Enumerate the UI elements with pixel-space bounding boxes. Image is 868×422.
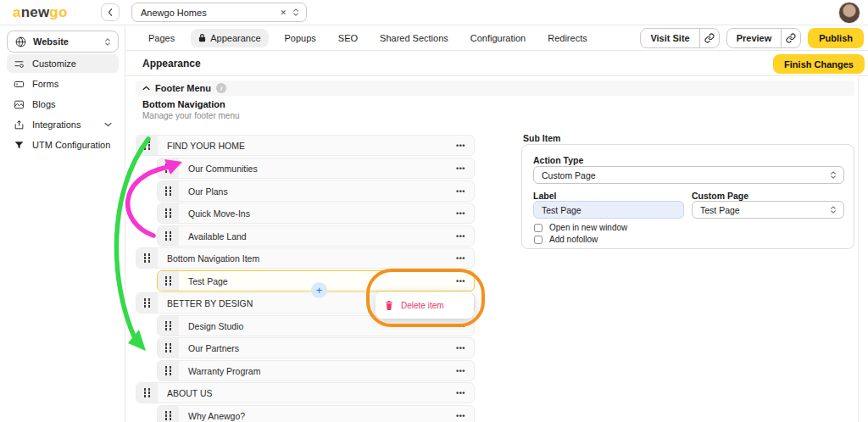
collapse-sidebar-button[interactable] (101, 3, 120, 21)
website-select[interactable]: Website (7, 31, 119, 53)
menu-item-row[interactable]: Warranty Program ••• (157, 360, 475, 381)
publish-button[interactable]: Publish (808, 28, 864, 48)
sidebar-item-label: Integrations (32, 119, 81, 130)
item-options-button[interactable]: ••• (454, 140, 467, 152)
logo-part-a: a (13, 4, 21, 20)
menu-item-row[interactable]: Quick Move-Ins ••• (157, 203, 475, 224)
tab-pages[interactable]: Pages (142, 29, 181, 47)
user-avatar[interactable] (838, 2, 860, 24)
tab-appearance-label: Appearance (210, 33, 260, 43)
chevron-down-icon[interactable] (104, 122, 112, 127)
drag-handle-icon[interactable] (158, 406, 179, 422)
bottom-navigation-subheading: Manage your footer menu (142, 111, 240, 120)
lock-icon (198, 33, 206, 42)
info-icon[interactable]: i (216, 83, 226, 93)
drag-handle-icon[interactable] (158, 203, 179, 223)
sidebar-item-utm-configuration[interactable]: UTM Configuration (7, 136, 119, 154)
tab-appearance[interactable]: Appearance (191, 29, 268, 47)
visit-site-button[interactable]: Visit Site (640, 28, 719, 48)
menu-item-row[interactable]: Our Communities ••• (157, 158, 475, 179)
globe-icon (15, 36, 26, 47)
item-options-button[interactable]: ••• (454, 186, 467, 197)
action-type-select[interactable]: Custom Page (533, 166, 844, 184)
checkbox-add-nofollow[interactable] (534, 236, 542, 244)
grip-dots (165, 276, 168, 279)
finish-changes-button[interactable]: Finish Changes (773, 54, 865, 74)
grip-dots (165, 208, 168, 211)
funnel-icon (14, 140, 25, 151)
menu-item-label: Bottom Navigation Item (167, 253, 454, 264)
item-options-button[interactable]: ••• (454, 387, 467, 399)
menu-item-label: Quick Move-Ins (188, 208, 454, 219)
item-options-button[interactable]: ••• (454, 230, 467, 242)
sub-item-panel-title: Sub Item (523, 133, 560, 143)
drag-handle-icon[interactable] (158, 181, 179, 201)
tab-bar: Pages Appearance Popups SEO Shared Secti… (125, 25, 868, 51)
section-title: Footer Menu (155, 83, 211, 93)
item-options-button[interactable]: ••• (454, 253, 467, 264)
menu-item-row[interactable]: Available Land ••• (157, 225, 475, 247)
menu-item-row[interactable]: Our Plans ••• (157, 180, 475, 202)
menu-item-row[interactable]: Bottom Navigation Item ••• (136, 247, 475, 269)
item-options-button[interactable]: ••• (454, 320, 467, 332)
anewgo-logo[interactable]: anewgo (13, 4, 68, 21)
add-nofollow-label: Add nofollow (549, 235, 598, 244)
checkbox-open-new-window[interactable] (534, 224, 542, 232)
app-window: anewgo Anewgo Homes ✕ Website Customize … (0, 0, 868, 422)
delete-item-button[interactable]: Delete item (401, 301, 444, 310)
drag-handle-icon[interactable] (136, 136, 158, 155)
logo-part-go: go (49, 4, 67, 20)
chevron-left-icon (107, 8, 114, 17)
drag-handle-icon[interactable] (136, 248, 158, 268)
item-options-button[interactable]: ••• (454, 365, 467, 377)
item-options-button[interactable]: ••• (454, 275, 467, 287)
sidebar-item-label: Customize (32, 58, 76, 69)
sidebar-item-label: Blogs (32, 99, 56, 109)
preview-button[interactable]: Preview (726, 28, 802, 48)
tab-popups[interactable]: Popups (279, 29, 322, 47)
grip-dots (165, 164, 168, 166)
collapse-chevron-up-icon[interactable] (142, 86, 150, 91)
custom-page-select[interactable]: Test Page (692, 201, 844, 219)
drag-handle-icon[interactable] (158, 271, 179, 291)
drag-handle-icon[interactable] (158, 316, 179, 336)
drag-handle-icon[interactable] (136, 293, 158, 313)
item-options-button[interactable]: ••• (454, 163, 467, 175)
item-options-button[interactable]: ••• (454, 208, 467, 219)
sidebar-item-blogs[interactable]: Blogs (7, 95, 119, 114)
menu-item-row[interactable]: Why Anewgo? ••• (157, 405, 475, 422)
open-new-window-label: Open in new window (549, 223, 627, 232)
sidebar-item-forms[interactable]: Forms (7, 75, 119, 93)
sidebar-item-integrations[interactable]: Integrations (7, 115, 119, 134)
drag-handle-icon[interactable] (158, 158, 179, 178)
action-type-label: Action Type (533, 155, 583, 165)
drag-handle-icon[interactable] (158, 361, 179, 380)
page-title: Appearance (142, 58, 201, 69)
drag-handle-icon[interactable] (158, 338, 179, 358)
add-item-button[interactable]: + (311, 282, 327, 298)
tab-redirects[interactable]: Redirects (542, 29, 593, 47)
menu-item-label: Warranty Program (188, 366, 454, 376)
delete-item-menu[interactable]: Delete item (376, 292, 474, 319)
clear-icon[interactable]: ✕ (280, 8, 287, 17)
drag-handle-icon[interactable] (158, 226, 179, 246)
form-input-icon (14, 79, 25, 90)
tab-seo[interactable]: SEO (332, 29, 364, 47)
menu-item-row[interactable]: Our Partners ••• (157, 337, 475, 358)
item-options-button[interactable]: ••• (454, 410, 467, 422)
tab-configuration[interactable]: Configuration (465, 29, 531, 47)
tab-shared-sections[interactable]: Shared Sections (374, 29, 454, 47)
label-input[interactable] (533, 201, 684, 219)
footer-menu-section-header[interactable]: Footer Menu i (136, 81, 854, 96)
menu-item-label: ABOUT US (167, 388, 454, 398)
select-arrows-icon (292, 8, 299, 17)
sidebar: Website Customize Forms Blogs Integratio… (0, 25, 125, 422)
visit-site-link-button[interactable] (699, 29, 719, 47)
site-selector[interactable]: Anewgo Homes ✕ (131, 3, 307, 22)
drag-handle-icon[interactable] (136, 383, 158, 403)
menu-item-row[interactable]: ABOUT US ••• (136, 382, 475, 403)
menu-item-row[interactable]: FIND YOUR HOME ••• (136, 135, 475, 156)
preview-link-button[interactable] (781, 29, 800, 47)
sidebar-item-customize[interactable]: Customize (7, 54, 119, 73)
item-options-button[interactable]: ••• (454, 342, 467, 354)
